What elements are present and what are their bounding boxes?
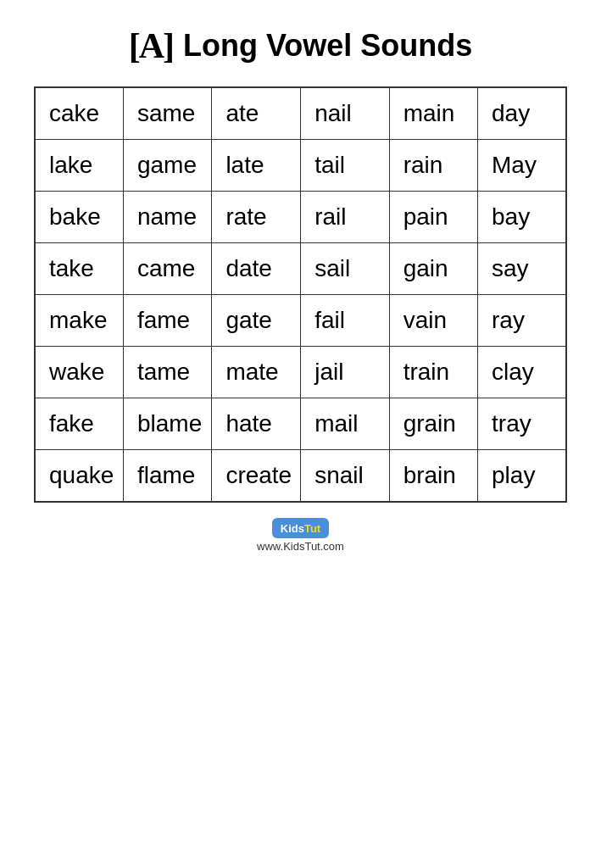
table-row: lakegamelatetailrainMay: [35, 140, 566, 192]
table-cell: quake: [35, 450, 123, 503]
brand-logo: KidsTut: [272, 518, 329, 538]
table-cell: main: [389, 87, 477, 140]
bracket-label: [A]: [129, 25, 173, 66]
table-cell: nail: [301, 87, 389, 140]
table-cell: play: [478, 450, 566, 503]
table-cell: gain: [389, 243, 477, 295]
table-cell: blame: [123, 398, 211, 450]
table-cell: make: [35, 295, 123, 347]
table-row: waketamematejailtrainclay: [35, 347, 566, 398]
table-row: quakeflamecreatesnailbrainplay: [35, 450, 566, 503]
table-cell: rail: [301, 192, 389, 243]
table-cell: bake: [35, 192, 123, 243]
table-cell: grain: [389, 398, 477, 450]
table-cell: take: [35, 243, 123, 295]
table-row: fakeblamehatemailgraintray: [35, 398, 566, 450]
table-row: cakesameatenailmainday: [35, 87, 566, 140]
word-table: cakesameatenailmaindaylakegamelatetailra…: [34, 86, 567, 503]
table-cell: wake: [35, 347, 123, 398]
table-cell: say: [478, 243, 566, 295]
table-cell: May: [478, 140, 566, 192]
table-cell: same: [123, 87, 211, 140]
brand-kids: Kids: [281, 522, 304, 535]
table-row: takecamedatesailgainsay: [35, 243, 566, 295]
table-cell: cake: [35, 87, 123, 140]
table-cell: clay: [478, 347, 566, 398]
table-cell: sail: [301, 243, 389, 295]
table-cell: rain: [389, 140, 477, 192]
table-cell: vain: [389, 295, 477, 347]
page-footer: KidsTut www.KidsTut.com: [257, 518, 344, 553]
table-cell: train: [389, 347, 477, 398]
table-cell: fail: [301, 295, 389, 347]
table-cell: game: [123, 140, 211, 192]
brand-tut: Tut: [304, 522, 320, 535]
table-cell: ate: [212, 87, 301, 140]
table-cell: tray: [478, 398, 566, 450]
table-cell: snail: [301, 450, 389, 503]
table-cell: tame: [123, 347, 211, 398]
table-row: makefamegatefailvainray: [35, 295, 566, 347]
table-cell: gate: [212, 295, 301, 347]
table-cell: date: [212, 243, 301, 295]
table-cell: came: [123, 243, 211, 295]
table-cell: create: [212, 450, 301, 503]
page-title: Long Vowel Sounds: [183, 28, 472, 64]
table-cell: brain: [389, 450, 477, 503]
table-cell: day: [478, 87, 566, 140]
table-cell: mate: [212, 347, 301, 398]
footer-url: www.KidsTut.com: [257, 540, 344, 553]
page-header: [A] Long Vowel Sounds: [34, 25, 567, 66]
table-cell: name: [123, 192, 211, 243]
table-cell: pain: [389, 192, 477, 243]
table-cell: bay: [478, 192, 566, 243]
table-cell: rate: [212, 192, 301, 243]
table-cell: jail: [301, 347, 389, 398]
brand-name: KidsTut: [281, 522, 320, 535]
table-row: bakenameraterailpainbay: [35, 192, 566, 243]
table-cell: lake: [35, 140, 123, 192]
table-cell: mail: [301, 398, 389, 450]
table-cell: hate: [212, 398, 301, 450]
table-cell: fame: [123, 295, 211, 347]
table-cell: tail: [301, 140, 389, 192]
table-cell: ray: [478, 295, 566, 347]
table-cell: flame: [123, 450, 211, 503]
table-cell: fake: [35, 398, 123, 450]
table-cell: late: [212, 140, 301, 192]
